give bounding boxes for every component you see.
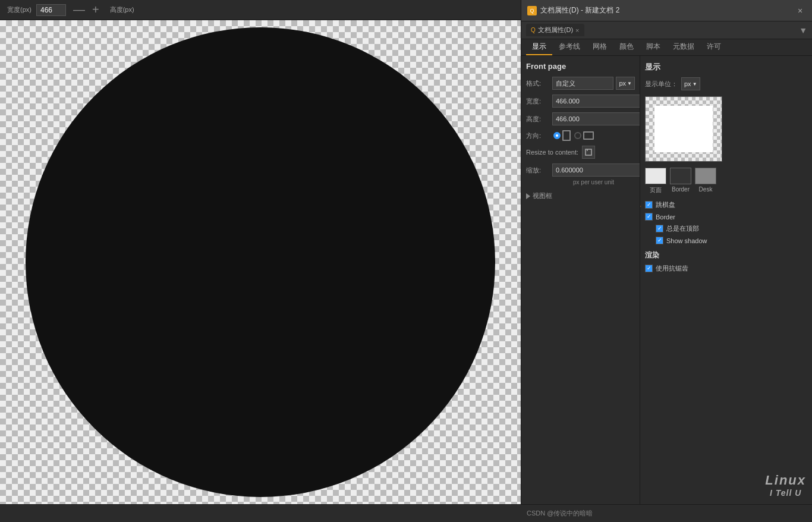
tab-bar: Q 文档属性(D) × ▼ xyxy=(521,21,812,39)
swatch-desk-box[interactable] xyxy=(695,168,716,184)
separator-plus: + xyxy=(92,3,99,17)
width-label-prop: 宽度: xyxy=(526,97,550,106)
checkbox-border-label: Border xyxy=(656,213,675,221)
tab-license[interactable]: 许可 xyxy=(701,39,727,55)
checkbox-show-shadow-label: Show shadow xyxy=(666,237,707,244)
watermark-line1: Linux xyxy=(765,473,806,488)
doc-icon-small: Q xyxy=(531,27,536,33)
width-label: 宽度(px) xyxy=(7,5,32,14)
format-row: 格式: px ▼ xyxy=(526,77,635,90)
checkbox-always-top[interactable] xyxy=(656,225,663,232)
section-title-frontpage: Front page xyxy=(526,62,635,71)
doc-tab-label: 文档属性(D) xyxy=(538,26,573,34)
orange-arrow-svg xyxy=(640,202,645,210)
tab-guides[interactable]: 参考线 xyxy=(553,39,586,55)
viewframe-expand-icon xyxy=(526,193,530,199)
swatch-desk: Desk xyxy=(695,168,716,194)
display-unit-value: px xyxy=(684,80,691,87)
swatch-page-box[interactable] xyxy=(645,168,666,184)
checkbox-group: 跳棋盘 Border 总是在顶部 Show shad xyxy=(645,200,807,244)
swatch-border-box[interactable] xyxy=(670,168,691,184)
canvas-area xyxy=(0,20,521,504)
orient-landscape-radio[interactable] xyxy=(574,132,581,139)
orient-portrait-radio[interactable] xyxy=(553,132,561,139)
swatch-page-label: 页面 xyxy=(650,186,662,194)
zoom-label: 缩放: xyxy=(526,166,550,175)
width-input[interactable] xyxy=(552,95,640,108)
display-section-title: 显示 xyxy=(645,62,807,73)
render-title: 渲染 xyxy=(645,250,807,260)
orient-landscape-option[interactable] xyxy=(574,131,594,140)
svg-marker-2 xyxy=(640,204,641,209)
preview-white-area xyxy=(654,106,713,152)
checkboxes-container: 跳棋盘 Border 总是在顶部 Show shad xyxy=(645,200,807,244)
canvas-circle xyxy=(26,27,495,497)
checkbox-border-row: Border xyxy=(645,213,807,221)
viewframe-row[interactable]: 视图框 xyxy=(526,191,635,200)
render-section: 渲染 使用抗锯齿 xyxy=(645,250,807,273)
resize-icon-btn[interactable] xyxy=(582,146,595,159)
bottom-bar-left xyxy=(0,504,521,522)
display-unit-selector[interactable]: px ▼ xyxy=(681,77,700,90)
doc-icon-letter: Q xyxy=(530,8,534,14)
zoom-input[interactable] xyxy=(552,163,640,177)
zoom-unit: px per user unit xyxy=(526,179,635,185)
swatch-border: Border xyxy=(670,168,691,194)
tab-script[interactable]: 脚本 xyxy=(640,39,666,55)
direction-label: 方向: xyxy=(526,131,550,140)
height-label: 高度(px) xyxy=(110,5,134,14)
separator: — xyxy=(73,3,85,17)
doc-tab[interactable]: Q 文档属性(D) × xyxy=(526,24,584,36)
orient-portrait-icon xyxy=(562,130,571,141)
preview-box xyxy=(645,96,722,162)
resize-label: Resize to content: xyxy=(526,149,578,156)
checkbox-border[interactable] xyxy=(645,213,653,221)
width-row: 宽度: — + ▲ ▼ xyxy=(526,95,635,108)
checkbox-show-shadow[interactable] xyxy=(656,237,663,244)
width-value[interactable]: 466 xyxy=(36,4,66,16)
checkbox-antialias-label: 使用抗锯齿 xyxy=(656,264,688,273)
right-display: 显示 显示单位： px ▼ 页面 xyxy=(640,56,812,522)
checkbox-checkerboard-label: 跳棋盘 xyxy=(656,200,675,209)
checkbox-antialias[interactable] xyxy=(645,265,653,272)
format-input[interactable] xyxy=(552,77,613,90)
swatch-desk-label: Desk xyxy=(699,186,713,193)
viewframe-label: 视图框 xyxy=(533,191,552,200)
resize-row: Resize to content: xyxy=(526,146,635,159)
bottom-right-bar: CSDN @传说中的暗暗 xyxy=(521,504,812,522)
prop-body: Front page 格式: px ▼ 宽度: — + xyxy=(521,56,812,522)
height-input[interactable] xyxy=(552,112,640,125)
arrow-indicator xyxy=(640,202,645,212)
zoom-row: 缩放: — + xyxy=(526,163,635,177)
orient-portrait-option[interactable] xyxy=(553,130,571,141)
tab-color[interactable]: 颜色 xyxy=(613,39,640,55)
display-unit-label: 显示单位： xyxy=(645,80,678,89)
doc-tab-close[interactable]: × xyxy=(575,27,579,34)
dialog-title: 文档属性(D) - 新建文档 2 xyxy=(540,5,791,15)
checkbox-antialias-row: 使用抗锯齿 xyxy=(645,264,807,273)
resize-svg xyxy=(584,148,593,156)
checkbox-always-top-row: 总是在顶部 xyxy=(645,224,807,233)
tab-bar-dropdown-icon[interactable]: ▼ xyxy=(799,26,807,35)
checkbox-checkerboard[interactable] xyxy=(645,201,653,209)
display-unit-dropdown-icon: ▼ xyxy=(693,81,697,87)
close-button[interactable]: × xyxy=(794,5,806,17)
orientation-row: 方向: xyxy=(526,130,635,141)
prop-tabs: 显示 参考线 网格 颜色 脚本 元数据 许可 xyxy=(521,39,812,56)
tab-grid[interactable]: 网格 xyxy=(587,39,613,55)
checkbox-checkerboard-row: 跳棋盘 xyxy=(645,200,807,209)
tab-display[interactable]: 显示 xyxy=(526,39,552,55)
doc-icon: Q xyxy=(527,6,537,15)
display-unit-row: 显示单位： px ▼ xyxy=(645,77,807,90)
svg-rect-0 xyxy=(586,149,591,155)
swatch-page: 页面 xyxy=(645,168,666,194)
unit-value: px xyxy=(619,80,626,87)
swatch-row: 页面 Border Desk xyxy=(645,168,807,194)
unit-dropdown-icon: ▼ xyxy=(627,81,632,86)
unit-selector[interactable]: px ▼ xyxy=(616,77,635,90)
orient-landscape-icon xyxy=(583,131,594,140)
tab-metadata[interactable]: 元数据 xyxy=(667,39,700,55)
csdn-status-text: CSDN @传说中的暗暗 xyxy=(527,509,593,518)
checkbox-show-shadow-row: Show shadow xyxy=(645,237,807,244)
checkbox-always-top-label: 总是在顶部 xyxy=(666,224,699,233)
